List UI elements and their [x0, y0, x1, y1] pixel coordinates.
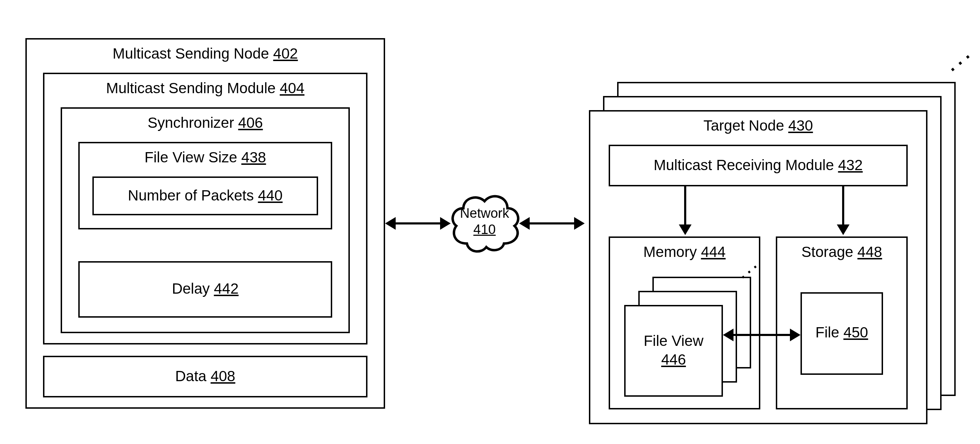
storage-ref: 448: [857, 244, 882, 260]
arrow-to-storage: [842, 186, 844, 225]
sending-node-text: Multicast Sending Node: [113, 45, 269, 62]
arrow-network-target-head-l: [519, 217, 530, 230]
file-view-label: File View 446: [624, 332, 723, 369]
network-label: Network 410: [446, 205, 523, 238]
arrow-fileview-file-head-r: [790, 329, 800, 341]
target-node-text: Target Node: [703, 117, 784, 134]
synchronizer-label: Synchronizer 406: [60, 114, 350, 131]
sending-node-ref: 402: [273, 45, 298, 62]
arrow-fileview-file: [733, 334, 791, 336]
arrow-sender-network-head-l: [385, 217, 396, 230]
file-view-size-ref: 438: [241, 149, 266, 166]
arrow-fileview-file-head-l: [723, 329, 733, 341]
memory-ref: 444: [701, 244, 726, 260]
target-node-label: Target Node 430: [589, 117, 928, 134]
target-stack-dots: . . .: [941, 44, 973, 75]
synchronizer-text: Synchronizer: [148, 114, 234, 131]
file-view-ref: 446: [661, 351, 686, 368]
delay-ref: 442: [214, 280, 239, 297]
target-node-ref: 430: [788, 117, 813, 134]
sending-module-ref: 404: [280, 80, 304, 96]
memory-text: Memory: [643, 244, 697, 260]
receiving-module-label: Multicast Receiving Module 432: [609, 157, 908, 174]
receiving-module-ref: 432: [838, 157, 862, 173]
data-label: Data 408: [43, 368, 368, 385]
receiving-module-text: Multicast Receiving Module: [654, 157, 834, 173]
arrow-sender-network: [395, 222, 441, 224]
arrow-to-memory: [684, 186, 686, 225]
num-packets-label: Number of Packets 440: [92, 187, 318, 204]
network-text: Network: [460, 206, 509, 220]
synchronizer-ref: 406: [238, 114, 263, 131]
file-view-size-text: File View Size: [145, 149, 237, 166]
storage-label: Storage 448: [776, 244, 908, 260]
arrow-network-target: [529, 222, 575, 224]
num-packets-ref: 440: [258, 187, 282, 204]
arrow-to-storage-head: [837, 224, 850, 235]
file-view-text: File View: [644, 332, 703, 349]
sending-module-label: Multicast Sending Module 404: [43, 80, 368, 97]
data-ref: 408: [210, 368, 235, 384]
sending-node-label: Multicast Sending Node 402: [25, 45, 385, 62]
sending-module-text: Multicast Sending Module: [106, 80, 276, 96]
arrow-sender-network-head-r: [440, 217, 451, 230]
delay-text: Delay: [172, 280, 210, 297]
num-packets-text: Number of Packets: [128, 187, 254, 204]
memory-label: Memory 444: [609, 244, 760, 260]
storage-text: Storage: [802, 244, 853, 260]
arrow-to-memory-head: [679, 224, 692, 235]
arrow-network-target-head-r: [574, 217, 585, 230]
delay-label: Delay 442: [78, 280, 332, 297]
file-label: File 450: [800, 324, 883, 341]
network-ref: 410: [473, 222, 495, 237]
data-text: Data: [175, 368, 207, 384]
file-ref: 450: [843, 324, 868, 340]
file-view-size-label: File View Size 438: [78, 149, 332, 166]
file-text: File: [815, 324, 839, 340]
